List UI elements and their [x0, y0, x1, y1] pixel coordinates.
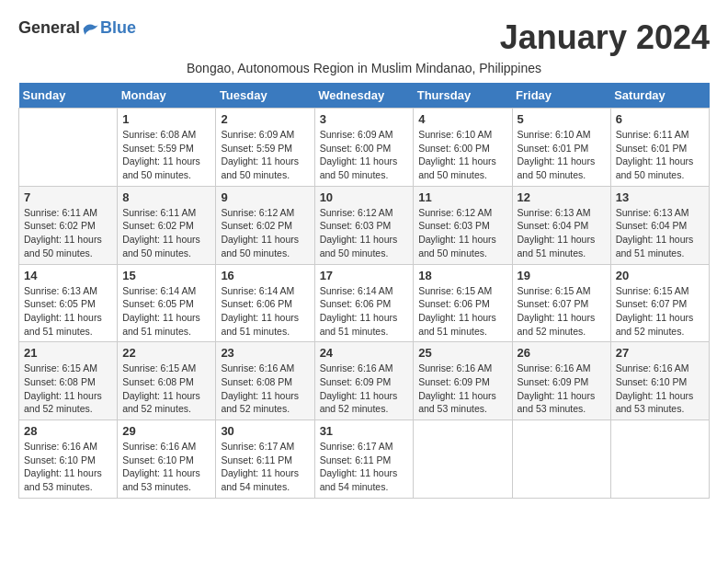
- logo-general-text: General: [18, 18, 80, 38]
- day-info: Sunrise: 6:16 AM Sunset: 6:10 PM Dayligh…: [24, 440, 112, 494]
- day-number: 28: [24, 424, 112, 438]
- header-friday: Friday: [512, 83, 610, 109]
- logo-blue-text: Blue: [100, 18, 136, 38]
- day-info: Sunrise: 6:16 AM Sunset: 6:08 PM Dayligh…: [221, 362, 309, 416]
- day-number: 8: [122, 190, 210, 204]
- day-number: 9: [221, 190, 309, 204]
- day-number: 27: [616, 346, 704, 360]
- calendar-cell: 31Sunrise: 6:17 AM Sunset: 6:11 PM Dayli…: [314, 420, 414, 499]
- day-info: Sunrise: 6:16 AM Sunset: 6:09 PM Dayligh…: [518, 362, 606, 416]
- day-info: Sunrise: 6:15 AM Sunset: 6:08 PM Dayligh…: [122, 362, 210, 416]
- calendar-cell: 1Sunrise: 6:08 AM Sunset: 5:59 PM Daylig…: [118, 109, 216, 187]
- day-number: 12: [518, 190, 606, 204]
- day-number: 23: [221, 346, 309, 360]
- day-number: 7: [24, 190, 112, 204]
- calendar-cell: [610, 420, 709, 499]
- day-number: 21: [24, 346, 112, 360]
- day-number: 16: [221, 269, 309, 282]
- day-info: Sunrise: 6:15 AM Sunset: 6:08 PM Dayligh…: [24, 362, 112, 416]
- calendar-cell: 14Sunrise: 6:13 AM Sunset: 6:05 PM Dayli…: [19, 264, 118, 342]
- day-number: 5: [518, 112, 606, 126]
- day-number: 6: [616, 112, 704, 126]
- day-number: 13: [616, 190, 704, 204]
- day-number: 2: [221, 112, 309, 126]
- calendar-cell: 2Sunrise: 6:09 AM Sunset: 5:59 PM Daylig…: [216, 109, 314, 187]
- calendar-cell: 22Sunrise: 6:15 AM Sunset: 6:08 PM Dayli…: [118, 342, 216, 420]
- calendar-cell: 16Sunrise: 6:14 AM Sunset: 6:06 PM Dayli…: [216, 264, 314, 342]
- day-number: 14: [24, 269, 112, 282]
- calendar-cell: [512, 420, 610, 499]
- day-info: Sunrise: 6:12 AM Sunset: 6:03 PM Dayligh…: [320, 206, 409, 260]
- day-info: Sunrise: 6:17 AM Sunset: 6:11 PM Dayligh…: [221, 440, 309, 494]
- day-info: Sunrise: 6:15 AM Sunset: 6:07 PM Dayligh…: [616, 284, 704, 339]
- day-number: 11: [418, 190, 506, 204]
- calendar-cell: 19Sunrise: 6:15 AM Sunset: 6:07 PM Dayli…: [512, 264, 610, 342]
- calendar-week-2: 7Sunrise: 6:11 AM Sunset: 6:02 PM Daylig…: [19, 186, 710, 264]
- location-subtitle: Bongao, Autonomous Region in Muslim Mind…: [18, 61, 710, 75]
- calendar-cell: 10Sunrise: 6:12 AM Sunset: 6:03 PM Dayli…: [314, 186, 414, 264]
- day-info: Sunrise: 6:11 AM Sunset: 6:01 PM Dayligh…: [616, 128, 704, 182]
- calendar-cell: [19, 109, 118, 187]
- calendar-cell: 23Sunrise: 6:16 AM Sunset: 6:08 PM Dayli…: [216, 342, 314, 420]
- calendar-table: SundayMondayTuesdayWednesdayThursdayFrid…: [18, 83, 710, 499]
- day-info: Sunrise: 6:13 AM Sunset: 6:05 PM Dayligh…: [24, 284, 112, 339]
- calendar-cell: 28Sunrise: 6:16 AM Sunset: 6:10 PM Dayli…: [19, 420, 118, 499]
- day-info: Sunrise: 6:10 AM Sunset: 6:01 PM Dayligh…: [518, 128, 606, 182]
- calendar-week-5: 28Sunrise: 6:16 AM Sunset: 6:10 PM Dayli…: [19, 420, 710, 499]
- header-thursday: Thursday: [414, 83, 512, 109]
- day-info: Sunrise: 6:11 AM Sunset: 6:02 PM Dayligh…: [122, 206, 210, 260]
- calendar-cell: 12Sunrise: 6:13 AM Sunset: 6:04 PM Dayli…: [512, 186, 610, 264]
- calendar-cell: 18Sunrise: 6:15 AM Sunset: 6:06 PM Dayli…: [414, 264, 512, 342]
- day-info: Sunrise: 6:13 AM Sunset: 6:04 PM Dayligh…: [518, 206, 606, 260]
- calendar-week-1: 1Sunrise: 6:08 AM Sunset: 5:59 PM Daylig…: [19, 109, 710, 187]
- logo: General Blue: [18, 18, 136, 38]
- calendar-cell: 4Sunrise: 6:10 AM Sunset: 6:00 PM Daylig…: [414, 109, 512, 187]
- day-info: Sunrise: 6:15 AM Sunset: 6:06 PM Dayligh…: [418, 284, 506, 339]
- day-info: Sunrise: 6:15 AM Sunset: 6:07 PM Dayligh…: [518, 284, 606, 339]
- day-info: Sunrise: 6:12 AM Sunset: 6:02 PM Dayligh…: [221, 206, 309, 260]
- day-number: 17: [320, 269, 409, 282]
- month-title: January 2024: [500, 18, 710, 57]
- day-number: 26: [518, 346, 606, 360]
- day-number: 24: [320, 346, 409, 360]
- calendar-cell: 5Sunrise: 6:10 AM Sunset: 6:01 PM Daylig…: [512, 109, 610, 187]
- header-wednesday: Wednesday: [314, 83, 414, 109]
- day-number: 15: [122, 269, 210, 282]
- header-row: SundayMondayTuesdayWednesdayThursdayFrid…: [19, 83, 710, 109]
- calendar-week-4: 21Sunrise: 6:15 AM Sunset: 6:08 PM Dayli…: [19, 342, 710, 420]
- day-number: 3: [320, 112, 409, 126]
- day-number: 18: [418, 269, 506, 282]
- calendar-cell: 3Sunrise: 6:09 AM Sunset: 6:00 PM Daylig…: [314, 109, 414, 187]
- day-number: 20: [616, 269, 704, 282]
- day-info: Sunrise: 6:16 AM Sunset: 6:09 PM Dayligh…: [320, 362, 409, 416]
- day-info: Sunrise: 6:17 AM Sunset: 6:11 PM Dayligh…: [320, 440, 409, 494]
- header-tuesday: Tuesday: [216, 83, 314, 109]
- calendar-cell: 15Sunrise: 6:14 AM Sunset: 6:05 PM Dayli…: [118, 264, 216, 342]
- day-number: 29: [122, 424, 210, 438]
- calendar-week-3: 14Sunrise: 6:13 AM Sunset: 6:05 PM Dayli…: [19, 264, 710, 342]
- calendar-cell: 25Sunrise: 6:16 AM Sunset: 6:09 PM Dayli…: [414, 342, 512, 420]
- day-number: 25: [418, 346, 506, 360]
- day-info: Sunrise: 6:14 AM Sunset: 6:06 PM Dayligh…: [320, 284, 409, 339]
- calendar-cell: 26Sunrise: 6:16 AM Sunset: 6:09 PM Dayli…: [512, 342, 610, 420]
- calendar-cell: 13Sunrise: 6:13 AM Sunset: 6:04 PM Dayli…: [610, 186, 709, 264]
- day-number: 31: [320, 424, 409, 438]
- calendar-cell: 17Sunrise: 6:14 AM Sunset: 6:06 PM Dayli…: [314, 264, 414, 342]
- day-number: 19: [518, 269, 606, 282]
- calendar-cell: 29Sunrise: 6:16 AM Sunset: 6:10 PM Dayli…: [118, 420, 216, 499]
- page-header: General Blue January 2024: [18, 18, 710, 57]
- calendar-cell: 24Sunrise: 6:16 AM Sunset: 6:09 PM Dayli…: [314, 342, 414, 420]
- day-number: 10: [320, 190, 409, 204]
- day-info: Sunrise: 6:12 AM Sunset: 6:03 PM Dayligh…: [418, 206, 506, 260]
- calendar-cell: 27Sunrise: 6:16 AM Sunset: 6:10 PM Dayli…: [610, 342, 709, 420]
- calendar-cell: 11Sunrise: 6:12 AM Sunset: 6:03 PM Dayli…: [414, 186, 512, 264]
- day-info: Sunrise: 6:16 AM Sunset: 6:10 PM Dayligh…: [122, 440, 210, 494]
- calendar-cell: 21Sunrise: 6:15 AM Sunset: 6:08 PM Dayli…: [19, 342, 118, 420]
- day-number: 22: [122, 346, 210, 360]
- day-info: Sunrise: 6:14 AM Sunset: 6:06 PM Dayligh…: [221, 284, 309, 339]
- day-info: Sunrise: 6:10 AM Sunset: 6:00 PM Dayligh…: [418, 128, 506, 182]
- calendar-cell: 6Sunrise: 6:11 AM Sunset: 6:01 PM Daylig…: [610, 109, 709, 187]
- header-monday: Monday: [118, 83, 216, 109]
- day-number: 30: [221, 424, 309, 438]
- calendar-cell: 9Sunrise: 6:12 AM Sunset: 6:02 PM Daylig…: [216, 186, 314, 264]
